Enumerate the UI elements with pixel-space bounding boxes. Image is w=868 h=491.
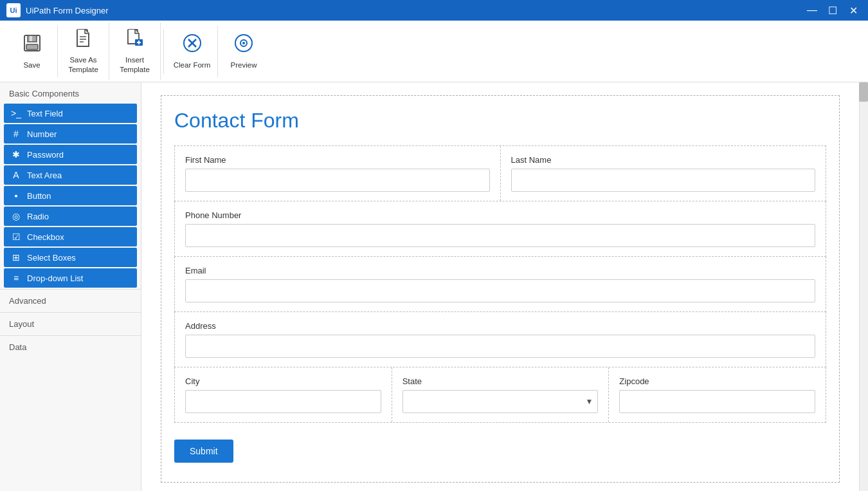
sidebar-item-password[interactable]: ✱ Password <box>4 145 137 164</box>
address-label: Address <box>185 321 815 331</box>
insert-template-label: Insert Template <box>112 55 158 75</box>
email-row: Email <box>174 257 826 312</box>
password-label: Password <box>27 150 64 160</box>
preview-label: Preview <box>231 60 257 70</box>
last-name-label: Last Name <box>511 155 816 165</box>
email-input[interactable] <box>185 279 815 302</box>
zipcode-input[interactable] <box>619 390 815 413</box>
number-label: Number <box>27 129 57 139</box>
city-input[interactable] <box>185 390 381 413</box>
number-icon: # <box>10 129 22 139</box>
data-label: Data <box>9 342 26 352</box>
svg-point-17 <box>242 42 245 44</box>
advanced-section[interactable]: Advanced <box>0 289 141 312</box>
sidebar-item-radio[interactable]: ◎ Radio <box>4 207 137 226</box>
save-as-template-button[interactable]: Save As Template <box>58 23 109 80</box>
first-name-input[interactable] <box>185 169 490 192</box>
sidebar: Basic Components >_ Text Field # Number … <box>0 82 141 491</box>
insert-template-icon <box>125 28 145 53</box>
layout-section[interactable]: Layout <box>0 312 141 335</box>
advanced-label: Advanced <box>9 296 46 306</box>
state-col: State ▼ <box>392 367 610 422</box>
city-col: City <box>175 367 392 422</box>
toolbar: Save Save As Template <box>0 21 868 82</box>
form-area: Contact Form First Name Last Name Phone … <box>141 82 859 491</box>
sidebar-item-number[interactable]: # Number <box>4 124 137 144</box>
insert-template-button[interactable]: Insert Template <box>109 23 161 80</box>
title-bar: Ui UiPath Form Designer — ☐ ✕ <box>0 0 868 21</box>
sidebar-item-dropdown-list[interactable]: ≡ Drop-down List <box>4 268 137 288</box>
window-controls: — ☐ ✕ <box>804 2 862 19</box>
main-layout: Basic Components >_ Text Field # Number … <box>0 82 868 491</box>
form-canvas: Contact Form First Name Last Name Phone … <box>161 95 840 483</box>
data-section[interactable]: Data <box>0 335 141 358</box>
sidebar-item-text-area[interactable]: A Text Area <box>4 165 137 185</box>
save-button[interactable]: Save <box>6 26 58 77</box>
text-field-icon: >_ <box>10 108 22 118</box>
dropdown-list-icon: ≡ <box>10 273 22 283</box>
phone-label: Phone Number <box>185 210 815 220</box>
save-icon <box>22 33 42 58</box>
zipcode-label: Zipcode <box>619 376 815 386</box>
checkbox-icon: ☑ <box>10 232 22 242</box>
sidebar-item-select-boxes[interactable]: ⊞ Select Boxes <box>4 248 137 267</box>
text-area-label: Text Area <box>27 171 62 180</box>
clear-form-label: Clear Form <box>174 60 211 70</box>
maximize-button[interactable]: ☐ <box>824 2 841 19</box>
email-label: Email <box>185 266 815 275</box>
form-title: Contact Form <box>174 109 826 133</box>
save-label: Save <box>23 60 40 70</box>
button-label: Button <box>27 191 51 201</box>
submit-row: Submit <box>174 423 826 469</box>
clear-form-button[interactable]: Clear Form <box>167 26 218 77</box>
save-as-template-label: Save As Template <box>60 55 106 75</box>
app-logo: Ui <box>6 3 21 17</box>
save-as-template-icon <box>73 28 94 53</box>
radio-icon: ◎ <box>10 211 22 221</box>
phone-input[interactable] <box>185 224 815 247</box>
button-icon: ▪ <box>10 190 22 201</box>
first-name-label: First Name <box>185 155 490 165</box>
sidebar-item-button[interactable]: ▪ Button <box>4 186 137 205</box>
text-field-label: Text Field <box>27 109 63 118</box>
address-input[interactable] <box>185 335 815 358</box>
scrollbar[interactable] <box>859 82 868 491</box>
city-state-zip-row: City State ▼ Zipcode <box>174 367 826 423</box>
svg-rect-2 <box>26 44 38 50</box>
state-label: State <box>402 376 599 386</box>
svg-rect-3 <box>30 36 32 41</box>
preview-button[interactable]: Preview <box>218 26 269 77</box>
basic-components-title: Basic Components <box>0 82 141 102</box>
phone-row: Phone Number <box>174 201 826 257</box>
state-select-wrapper: ▼ <box>402 390 599 413</box>
submit-button[interactable]: Submit <box>174 440 233 463</box>
preview-icon <box>233 33 254 58</box>
app-title: UiPath Form Designer <box>26 6 804 15</box>
address-row: Address <box>174 312 826 367</box>
select-boxes-label: Select Boxes <box>27 253 76 263</box>
minimize-button[interactable]: — <box>804 2 820 19</box>
sidebar-item-text-field[interactable]: >_ Text Field <box>4 104 137 123</box>
last-name-input[interactable] <box>511 169 816 192</box>
sidebar-item-checkbox[interactable]: ☑ Checkbox <box>4 227 137 246</box>
text-area-icon: A <box>10 170 22 180</box>
city-label: City <box>185 376 381 386</box>
radio-label: Radio <box>27 212 49 221</box>
clear-form-icon <box>182 33 203 58</box>
layout-label: Layout <box>9 319 34 329</box>
name-row: First Name Last Name <box>174 145 826 201</box>
last-name-col: Last Name <box>501 146 826 201</box>
select-boxes-icon: ⊞ <box>10 252 22 263</box>
password-icon: ✱ <box>10 149 22 160</box>
checkbox-label: Checkbox <box>27 232 64 242</box>
zipcode-col: Zipcode <box>609 367 826 422</box>
close-button[interactable]: ✕ <box>845 2 862 19</box>
state-select[interactable] <box>402 390 599 413</box>
dropdown-list-label: Drop-down List <box>27 273 83 283</box>
first-name-col: First Name <box>175 146 501 201</box>
